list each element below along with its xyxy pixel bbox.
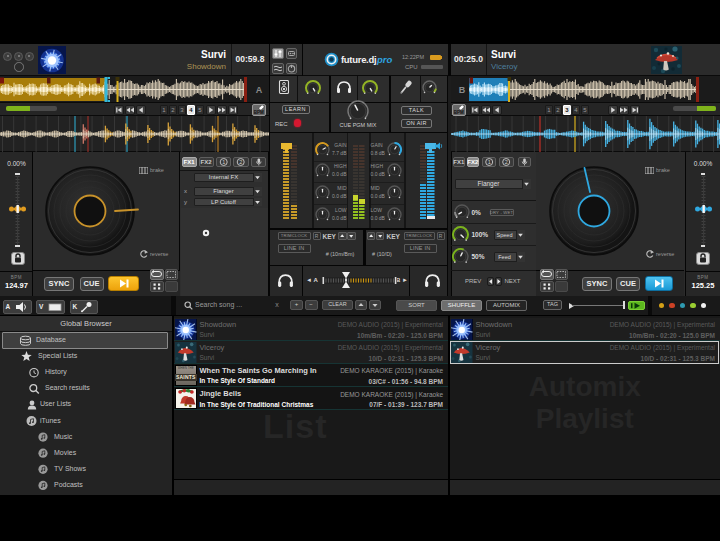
svg-text:1: 1 [222, 159, 225, 165]
svg-text:1: 1 [487, 159, 490, 165]
svg-text:2: 2 [239, 159, 242, 165]
svg-text:2: 2 [505, 159, 508, 165]
